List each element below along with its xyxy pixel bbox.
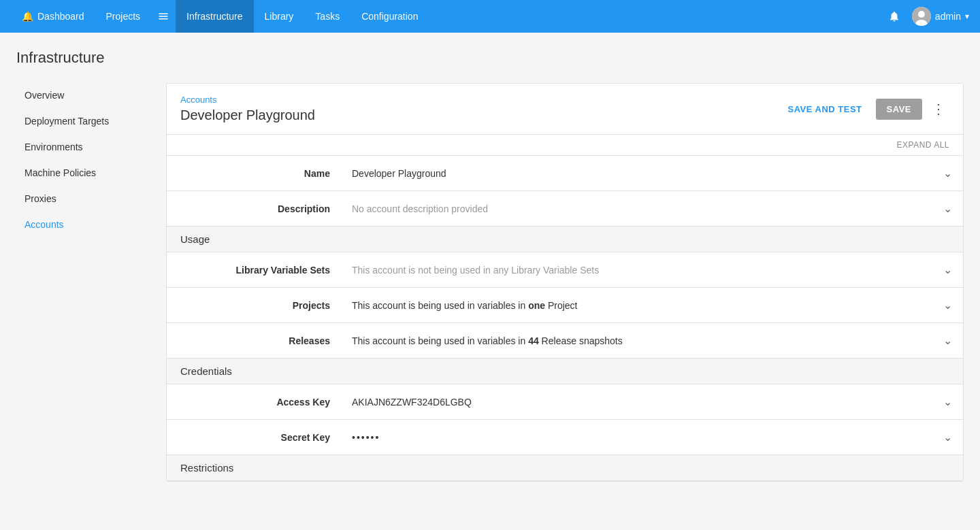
nav-item-configuration[interactable]: Configuration xyxy=(350,0,429,33)
usage-section-header: Usage xyxy=(167,227,963,252)
expand-all-button[interactable]: EXPAND ALL xyxy=(897,140,949,150)
library-variable-sets-value: This account is not being used in any Li… xyxy=(344,255,932,285)
projects-chevron-icon[interactable]: ⌄ xyxy=(932,289,963,321)
save-button[interactable]: SAVE xyxy=(876,99,922,120)
page-container: Infrastructure Overview Deployment Targe… xyxy=(0,33,980,482)
top-navigation: 🔔 Dashboard Projects Infrastructure Libr… xyxy=(0,0,980,33)
sidebar-item-proxies[interactable]: Proxies xyxy=(16,186,155,211)
credentials-section-header: Credentials xyxy=(167,359,963,384)
name-field-value: Developer Playground xyxy=(344,159,932,188)
releases-usage-row: Releases This account is being used in v… xyxy=(167,323,963,359)
access-key-value: AKIAJN6ZZWF324D6LGBQ xyxy=(344,387,932,417)
account-title: Developer Playground xyxy=(180,107,315,123)
save-and-test-button[interactable]: SAVE AND TEST xyxy=(779,99,870,120)
releases-chevron-icon[interactable]: ⌄ xyxy=(932,325,963,357)
notification-bell-icon[interactable] xyxy=(882,4,906,29)
more-options-button[interactable]: ⋮ xyxy=(928,98,949,120)
svg-rect-2 xyxy=(159,18,168,20)
sidebar-item-machine-policies[interactable]: Machine Policies xyxy=(16,161,155,185)
releases-usage-value: This account is being used in variables … xyxy=(344,326,932,356)
account-detail-panel: Accounts Developer Playground SAVE AND T… xyxy=(166,83,964,482)
description-chevron-icon[interactable]: ⌄ xyxy=(932,193,963,225)
nav-search-icon[interactable] xyxy=(151,0,176,33)
dashboard-icon: 🔔 xyxy=(22,11,33,22)
access-key-chevron-icon[interactable]: ⌄ xyxy=(932,386,963,418)
projects-usage-label: Projects xyxy=(167,291,344,320)
secret-key-row: Secret Key •••••• ⌄ xyxy=(167,420,963,455)
breadcrumb[interactable]: Accounts xyxy=(180,95,315,105)
description-field-row: Description No account description provi… xyxy=(167,191,963,227)
releases-usage-label: Releases xyxy=(167,326,344,356)
projects-usage-value: This account is being used in variables … xyxy=(344,291,932,320)
access-key-label: Access Key xyxy=(167,387,344,417)
secret-key-value: •••••• xyxy=(344,423,932,452)
svg-point-4 xyxy=(918,11,925,18)
sidebar-item-overview[interactable]: Overview xyxy=(16,83,155,107)
restrictions-section-header: Restrictions xyxy=(167,455,963,481)
projects-usage-row: Projects This account is being used in v… xyxy=(167,288,963,323)
access-key-row: Access Key AKIAJN6ZZWF324D6LGBQ ⌄ xyxy=(167,384,963,420)
nav-item-library[interactable]: Library xyxy=(254,0,305,33)
chevron-down-icon: ▾ xyxy=(965,12,969,21)
library-variable-sets-chevron-icon[interactable]: ⌄ xyxy=(932,254,963,286)
header-actions: SAVE AND TEST SAVE ⋮ xyxy=(779,98,949,120)
description-field-value: No account description provided xyxy=(344,194,932,224)
expand-all-row: EXPAND ALL xyxy=(167,135,963,156)
sidebar: Overview Deployment Targets Environments… xyxy=(16,83,166,482)
name-field-label: Name xyxy=(167,159,344,188)
sidebar-item-deployment-targets[interactable]: Deployment Targets xyxy=(16,109,155,133)
library-variable-sets-row: Library Variable Sets This account is no… xyxy=(167,252,963,288)
nav-item-dashboard[interactable]: 🔔 Dashboard xyxy=(11,0,95,33)
sidebar-item-environments[interactable]: Environments xyxy=(16,135,155,159)
user-menu[interactable]: admin ▾ xyxy=(912,7,969,26)
username-label: admin xyxy=(935,11,961,22)
name-chevron-icon[interactable]: ⌄ xyxy=(932,157,963,189)
name-field-row: Name Developer Playground ⌄ xyxy=(167,156,963,191)
nav-item-infrastructure[interactable]: Infrastructure xyxy=(176,0,253,33)
avatar xyxy=(912,7,931,26)
nav-item-tasks[interactable]: Tasks xyxy=(304,0,350,33)
library-variable-sets-label: Library Variable Sets xyxy=(167,255,344,285)
ellipsis-icon: ⋮ xyxy=(932,101,945,117)
description-field-label: Description xyxy=(167,194,344,224)
svg-rect-0 xyxy=(159,14,168,15)
svg-rect-1 xyxy=(159,16,168,17)
sidebar-item-accounts[interactable]: Accounts xyxy=(16,212,155,237)
secret-key-label: Secret Key xyxy=(167,423,344,452)
account-header: Accounts Developer Playground SAVE AND T… xyxy=(167,84,963,135)
page-title: Infrastructure xyxy=(16,49,964,67)
secret-key-chevron-icon[interactable]: ⌄ xyxy=(932,421,963,453)
nav-item-projects[interactable]: Projects xyxy=(95,0,152,33)
